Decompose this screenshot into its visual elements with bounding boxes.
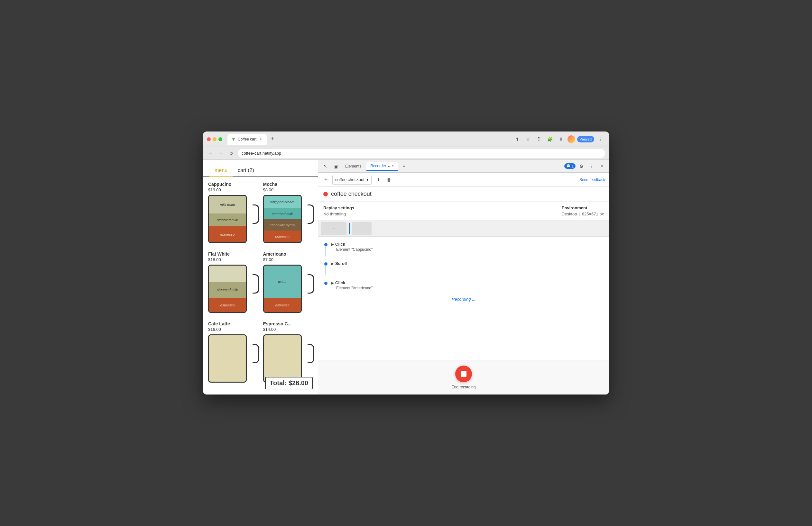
step-arrow-3[interactable]: ▶ (331, 281, 334, 285)
end-recording-area: End recording (318, 360, 609, 394)
history-icon[interactable]: ⠿ (535, 135, 544, 144)
flat-white-mug: steamed milk espresso (208, 265, 253, 316)
tab-close-button[interactable]: × (258, 137, 263, 141)
recorder-add-button[interactable]: + (322, 176, 330, 184)
address-input[interactable] (238, 149, 605, 158)
tab-elements[interactable]: Elements (341, 162, 365, 170)
tab-bar: ▼ Coffee cart × + (228, 134, 510, 145)
step-click-americano[interactable]: ▶ Click Element "Americano" ⋮ (318, 278, 609, 293)
forward-button[interactable]: → (217, 150, 225, 157)
recorder-tab-close[interactable]: × (392, 164, 394, 168)
step-arrow-1[interactable]: ▶ (331, 242, 334, 246)
americano-price: $7.00 (263, 257, 313, 262)
americano-mug-body: water espresso (263, 265, 302, 313)
step-menu-1[interactable]: ⋮ (596, 242, 604, 250)
active-tab[interactable]: ▼ Coffee cart × (228, 134, 267, 145)
dropdown-arrow-icon: ▾ (366, 177, 369, 182)
step-click-cappucino[interactable]: ▶ Click Element "Cappucino" ⋮ (318, 239, 609, 258)
total-banner: Total: $26.00 (265, 377, 313, 389)
save-icon[interactable]: ⬇ (556, 135, 566, 144)
coffee-item-mocha[interactable]: Mocha $8.00 whipped cream steamed milk c… (263, 182, 313, 246)
cafe-latte-mug-body (208, 334, 247, 382)
share-icon[interactable]: ⬆ (513, 135, 522, 144)
step-line-1 (325, 246, 326, 256)
bookmark-icon[interactable]: ☆ (524, 135, 533, 144)
environment-row: Desktop | 625×671 px (562, 212, 604, 216)
mocha-layer-espresso: espresso (264, 230, 301, 243)
inspect-icon[interactable]: ↖ (321, 162, 330, 171)
mocha-mug-body: whipped cream steamed milk chocolate syr… (263, 195, 302, 243)
delete-button[interactable]: 🗑 (385, 175, 393, 184)
recorder-action-buttons: ⬆ 🗑 (374, 175, 393, 184)
mocha-layer-whipped-cream: whipped cream (264, 196, 301, 208)
recorder-dropdown[interactable]: coffee checkout ▾ (332, 175, 372, 184)
end-recording-button[interactable] (455, 365, 472, 382)
step-dot-area-2 (323, 262, 329, 275)
americano-layer-espresso: espresso (264, 298, 301, 313)
step-detail-click-3: Element "Americano" (331, 286, 594, 290)
step-dot-area-3 (323, 282, 329, 285)
browser-window: ▼ Coffee cart × + ⬆ ☆ ⠿ 🧩 ⬇ Paused ⋮ ← →… (203, 132, 609, 394)
step-type-click-1: Click (335, 242, 345, 246)
coffee-item-americano[interactable]: Americano $7.00 water espresso (263, 252, 313, 316)
nav-cart[interactable]: cart (2) (233, 165, 259, 176)
mocha-name: Mocha (263, 182, 313, 187)
title-bar: ▼ Coffee cart × + ⬆ ☆ ⠿ 🧩 ⬇ Paused ⋮ (203, 132, 609, 147)
browser-controls: ⬆ ☆ ⠿ 🧩 ⬇ Paused ⋮ (513, 135, 605, 144)
environment-value: Desktop (562, 212, 577, 216)
step-arrow-2[interactable]: ▶ (331, 261, 334, 266)
dimensions-value: 625×671 px (582, 212, 604, 216)
flat-white-layer-top (209, 266, 246, 282)
chat-count: 1 (572, 164, 574, 168)
coffee-item-cafe-latte[interactable]: Cafe Latte $16.00 (208, 321, 258, 386)
cappucino-mug-body: milk foam steamed milk espresso (208, 195, 247, 243)
devtools-close-icon[interactable]: × (597, 162, 606, 171)
chat-badge[interactable]: 💬 1 (564, 163, 576, 169)
reload-button[interactable]: ↺ (228, 150, 235, 157)
step-expand-3: ▶ Click (331, 280, 594, 285)
menu-icon[interactable]: ⋮ (596, 135, 605, 144)
minimize-button[interactable] (213, 137, 217, 141)
close-button[interactable] (207, 137, 211, 141)
minimap-thumb-1: ··· (321, 222, 347, 235)
flat-white-layer-espresso: espresso (209, 298, 246, 313)
cappucino-mug-handle (252, 205, 259, 224)
coffee-item-espresso-c[interactable]: Espresso C... $14.00 (263, 321, 313, 386)
coffee-item-cappucino[interactable]: Cappucino $19.00 milk foam steamed milk … (208, 182, 258, 246)
mocha-mug-handle (307, 205, 314, 224)
minimap-line (349, 223, 350, 235)
step-detail-click-1: Element "Cappucino" (331, 247, 594, 252)
device-icon[interactable]: ▣ (331, 162, 340, 171)
devtools-more-icon[interactable]: ⋮ (587, 162, 596, 171)
step-scroll[interactable]: ▶ Scroll ⋮ (318, 258, 609, 278)
americano-layer-water: water (264, 266, 301, 298)
cafe-latte-mug-handle (252, 344, 259, 363)
cappucino-layer-steamed-milk: steamed milk (209, 213, 246, 226)
tab-more[interactable]: » (399, 162, 409, 170)
coffee-menu: Cappucino $19.00 milk foam steamed milk … (203, 177, 318, 394)
maximize-button[interactable] (218, 137, 222, 141)
step-content-3: ▶ Click Element "Americano" (331, 280, 594, 290)
avatar[interactable] (567, 135, 575, 143)
step-type-click-3: Click (335, 280, 345, 285)
tab-recorder[interactable]: Recorder ▲ × (366, 162, 397, 171)
step-menu-2[interactable]: ⋮ (596, 261, 604, 269)
end-recording-label: End recording (452, 385, 476, 389)
paused-badge[interactable]: Paused (577, 136, 594, 142)
cafe-latte-mug (208, 334, 253, 386)
address-bar: ← → ↺ (203, 147, 609, 160)
settings-icon[interactable]: ⚙ (577, 162, 586, 171)
coffee-item-flat-white[interactable]: Flat White $18.00 steamed milk espresso (208, 252, 258, 316)
nav-menu[interactable]: menu (209, 165, 233, 176)
back-button[interactable]: ← (207, 150, 215, 157)
chat-icon: 💬 (566, 164, 571, 168)
recorder-dropdown-label: coffee checkout (335, 177, 364, 182)
send-feedback-link[interactable]: Send feedback (579, 178, 605, 182)
mocha-mug: whipped cream steamed milk chocolate syr… (263, 195, 308, 246)
export-button[interactable]: ⬆ (374, 175, 383, 184)
minimap-thumb-2 (352, 222, 372, 235)
replay-col-left: Replay settings No throttling (323, 206, 354, 216)
extensions-icon[interactable]: 🧩 (546, 135, 555, 144)
new-tab-button[interactable]: + (268, 135, 277, 144)
step-menu-3[interactable]: ⋮ (596, 280, 604, 288)
